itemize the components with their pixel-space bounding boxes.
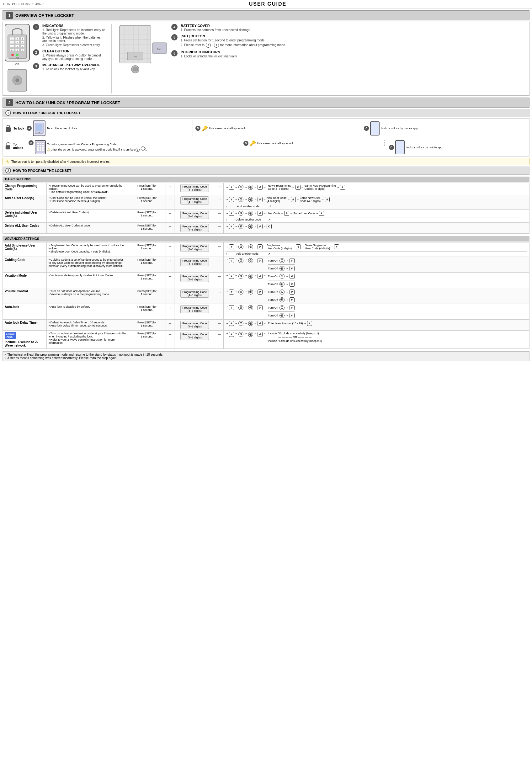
section1-num: 1 bbox=[6, 12, 13, 19]
row-volume: Volume Control • Turn on / off door lock… bbox=[3, 288, 529, 304]
row-delete-all: Delete ALL User Codes • Delete ALL User … bbox=[3, 223, 529, 234]
turn-on-autolock: Turn On bbox=[268, 306, 278, 309]
lock-step-c: C Lock or unlock by mobile app. bbox=[364, 121, 527, 135]
svg-point-54 bbox=[39, 132, 40, 133]
svg-rect-67 bbox=[39, 149, 41, 151]
row-add-single: Add Single-use User Code(S) • Single-use… bbox=[3, 242, 529, 257]
unlock-icon bbox=[5, 141, 11, 151]
row-desc-delete-all: • Delete ALL User Codes at once. bbox=[47, 223, 128, 234]
to-lock-row: To lock A Touch the screen to lock. B 🔑 bbox=[5, 120, 527, 138]
lock-step-a: A Touch the screen to lock. bbox=[27, 120, 193, 136]
row-seq-add-user: →#→②→⓪→#→ New User Code(4-8 digits) →#→ … bbox=[224, 195, 529, 210]
section2-label: HOW TO LOCK / UNLOCK / PROGRAM THE LOCKS… bbox=[15, 100, 120, 105]
overview-content: 1 2 3 4 5 6 7 8 9 bbox=[3, 22, 529, 96]
to-lock-label: To lock bbox=[14, 127, 24, 130]
basic-settings-table: Change Programming Code • Programming Co… bbox=[3, 182, 529, 234]
unlock-step-b: B 🔑 Use a mechanical key to lock. bbox=[243, 140, 385, 146]
turn-off-volume: Turn Off bbox=[268, 298, 278, 302]
sub2-header: 2 HOW TO PROGRAM THE LOCKSET bbox=[3, 166, 529, 175]
row-add-user: Add a User Code(S) • User Code can be us… bbox=[3, 195, 529, 210]
mobile-icon bbox=[370, 121, 380, 135]
svg-text:AA: AA bbox=[134, 55, 137, 58]
svg-rect-58 bbox=[39, 143, 41, 144]
row-name-vacation: Vacation Mode bbox=[3, 272, 47, 288]
component-thumbturn: 6 INTERIOR THUMBTURN 1. Locks or unlocks… bbox=[171, 50, 527, 58]
lock-unlock-table-container: To lock A Touch the screen to lock. B 🔑 bbox=[3, 118, 529, 157]
lock-step-b: B 🔑 Use a mechanical key to lock. bbox=[195, 125, 362, 131]
svg-rect-62 bbox=[42, 145, 44, 147]
footnote-line1: • The lockset will exit the programming … bbox=[5, 353, 527, 356]
component-clear-button: 2 CLEAR BUTTON 1. Please always press ⟳ … bbox=[33, 49, 105, 61]
warning-text: The screen is temporarily disabled after… bbox=[11, 160, 111, 164]
component-set-button: 5 [SET] BUTTON 1. Press set button for 1… bbox=[171, 34, 527, 48]
model-number: G00-TPDBF13 Rev. 15/08-00 bbox=[3, 3, 44, 6]
warning-icon: ⚠ bbox=[5, 159, 9, 164]
advanced-settings-label: ADVANCED SETTINGS bbox=[3, 236, 529, 242]
row-seq-delete-all: →#→④→⓪→#→C bbox=[224, 223, 529, 234]
row-vacation: Vacation Mode • Vaction mode temporarily… bbox=[3, 272, 529, 288]
svg-point-30 bbox=[15, 78, 19, 82]
row-delete-individual: Delete individual User Code(S) • Delete … bbox=[3, 210, 529, 223]
row-code-change-prog: Programming Code(4–8 digits) bbox=[174, 183, 215, 195]
svg-rect-63 bbox=[37, 147, 39, 149]
turn-off-vacation: Turn Off bbox=[268, 283, 278, 286]
to-unlock-row: To unlock A bbox=[5, 140, 527, 154]
lock-diagram-alt bbox=[6, 68, 28, 93]
svg-text:OR: OR bbox=[16, 57, 19, 59]
enter-amount-label: Enter New Amount (10 - 99) bbox=[268, 322, 303, 325]
mobile-icon-2 bbox=[395, 140, 405, 154]
svg-rect-57 bbox=[37, 143, 39, 144]
turn-on-volume: Turn On bbox=[268, 290, 278, 294]
row-guiding: Guiding Code • Guiding Code is a set of … bbox=[3, 257, 529, 272]
row-autolock: Auto-lock • Auto-lock is disabled by def… bbox=[3, 304, 529, 320]
advanced-settings-table: Add Single-use User Code(S) • Single-use… bbox=[3, 242, 529, 349]
row-desc-delete-ind: • Delete individual User Code(s). bbox=[47, 210, 128, 223]
page-header: G00-TPDBF13 Rev. 15/08-00 USER GUIDE bbox=[0, 0, 532, 9]
row-name-delete-all: Delete ALL User Codes bbox=[3, 223, 47, 234]
svg-text:SET: SET bbox=[157, 48, 162, 50]
row-seq-delete-ind: →#→③→⓪→#→ User Code →#→ Same User Code →… bbox=[224, 210, 529, 223]
row-name-change-prog: Change Programming Code bbox=[3, 183, 47, 195]
unlock-step-c: C Lock or unlock by mobile app. bbox=[389, 140, 527, 154]
svg-text:C: C bbox=[11, 49, 13, 51]
or-label: OR bbox=[15, 63, 20, 66]
footnote: • The lockset will exit the programming … bbox=[3, 351, 529, 361]
lock-icon bbox=[5, 123, 12, 133]
turn-off-autolock: Turn Off bbox=[268, 314, 278, 317]
component-battery: 4 BATTERY COVER 1. Protects the batterie… bbox=[171, 24, 527, 32]
include-success: Include / Exclude successfully (beep x 1… bbox=[268, 332, 322, 335]
row-name-guiding: Guiding Code bbox=[3, 257, 47, 272]
svg-rect-50 bbox=[133, 68, 137, 71]
interior-diagram: AA SET bbox=[118, 24, 168, 75]
row-autotimer: Auto-lock Delay Timer • Default Auto-loc… bbox=[3, 320, 529, 331]
arrow-1: → bbox=[166, 183, 174, 195]
unlock-step-a: A bbox=[28, 140, 239, 154]
component-keyway: 3 MECHANICAL KEYWAY OVERRIDE 1. To unloc… bbox=[33, 63, 105, 71]
section2-content: 1 HOW TO LOCK / UNLOCK THE LOCKSET To lo… bbox=[3, 109, 529, 349]
turn-on-vacation: Turn On bbox=[268, 275, 278, 278]
svg-rect-68 bbox=[42, 149, 44, 151]
svg-point-25 bbox=[11, 54, 14, 56]
warning-bar: ⚠ The screen is temporarily disabled aft… bbox=[3, 158, 529, 165]
to-unlock-label: To unlock bbox=[13, 143, 27, 150]
basic-settings-label: BASIC SETTINGS bbox=[3, 176, 529, 182]
section2-header: 2 HOW TO LOCK / UNLOCK / PROGRAM THE LOC… bbox=[3, 98, 529, 108]
page-title: USER GUIDE bbox=[249, 1, 287, 7]
touchscreen-icon bbox=[33, 120, 45, 136]
svg-rect-60 bbox=[37, 145, 39, 147]
key-icon-2: 🔑 bbox=[250, 140, 256, 146]
svg-rect-61 bbox=[39, 145, 41, 147]
row-name-volume: Volume Control bbox=[3, 288, 47, 304]
row-change-prog: Change Programming Code • Programming Co… bbox=[3, 183, 529, 195]
footnote-line2: • 3 Beeps means something was entered in… bbox=[5, 356, 527, 360]
section2-num: 2 bbox=[6, 99, 13, 106]
svg-rect-66 bbox=[37, 149, 39, 151]
row-name-autotimer: Auto-lock Delay Timer bbox=[3, 320, 47, 331]
keypad-small-icon bbox=[35, 140, 46, 154]
row-desc-change-prog: • Programming Code can be used to progra… bbox=[47, 183, 128, 195]
component-indicators: 1 INDICATORS 1. Red light: Represents an… bbox=[33, 24, 105, 47]
row-name-add-user: Add a User Code(S) bbox=[3, 195, 47, 210]
svg-rect-53 bbox=[36, 124, 42, 131]
section1-label: OVERVIEW OF THE LOCKSET bbox=[15, 13, 74, 18]
sub1-header: 1 HOW TO LOCK / UNLOCK THE LOCKSET bbox=[3, 109, 529, 117]
